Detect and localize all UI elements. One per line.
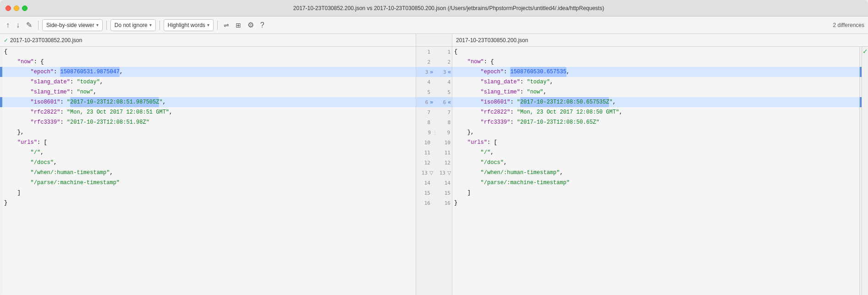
right-line-16: } xyxy=(452,198,859,208)
right-scrollbar[interactable]: ✓ xyxy=(862,47,868,295)
navigate-up-button[interactable]: ↑ xyxy=(4,20,12,31)
left-line-11: "/", xyxy=(2,148,416,158)
toolbar: ↑ ↓ ✎ Side-by-side viewer ▾ Do not ignor… xyxy=(0,16,868,34)
question-icon: ? xyxy=(260,21,264,29)
right-linenum-6: 6 xyxy=(435,99,446,105)
highlight-chevron: ▾ xyxy=(207,22,209,27)
gutter-row-11: 11 11 xyxy=(416,148,452,158)
ignore-chevron: ▾ xyxy=(149,22,152,27)
highlight-label: Highlight words xyxy=(168,22,205,28)
gutter-arrow-right-6: « xyxy=(448,99,451,105)
left-linenum-9: 9 xyxy=(418,130,431,136)
left-linenum-13: 13 xyxy=(417,170,428,176)
right-line-6: "iso8601": "2017-10-23T12:08:50.657535Z"… xyxy=(452,97,859,107)
left-panel: ✓ 2017-10-23T030852.200.json xyxy=(0,34,416,295)
right-linenum-14: 14 xyxy=(438,180,450,186)
left-line-14: "/parse/:machine-timestamp" xyxy=(2,178,416,188)
left-linenum-14: 14 xyxy=(418,180,430,186)
right-linenum-10: 10 xyxy=(438,140,450,146)
window-title: 2017-10-23T030852.200.json vs 2017-10-23… xyxy=(35,5,863,11)
left-filename: 2017-10-23T030852.200.json xyxy=(10,37,82,44)
ignore-label: Do not ignore xyxy=(115,22,148,28)
left-linenum-11: 11 xyxy=(418,150,430,156)
up-icon: ↑ xyxy=(6,21,10,29)
minimize-button[interactable] xyxy=(14,5,19,11)
right-line-11: "/", xyxy=(452,148,859,158)
left-line-8: "rfc3339": "2017-10-23T12:08:51.98Z" xyxy=(2,117,416,127)
left-line-6: "iso8601": "2017-10-23T12:08:51.987505Z"… xyxy=(2,97,416,107)
right-line-14: "/parse/:machine-timestamp" xyxy=(452,178,859,188)
gutter-triangle-right-13: ▽ xyxy=(447,170,451,176)
right-linenum-9: 9 xyxy=(437,130,450,136)
edit-button[interactable]: ✎ xyxy=(24,19,34,31)
right-linenum-3: 3 xyxy=(435,69,446,75)
right-line-3: "epoch": 1508760530.657535, xyxy=(452,67,859,77)
left-code-content[interactable]: { "now": { "epoch": 1508760531.9875047, … xyxy=(2,47,416,295)
sync-button[interactable]: ⇌ xyxy=(221,20,231,30)
gutter-row-9: 9 ⋮ 9 xyxy=(416,127,452,137)
right-linenum-8: 8 xyxy=(438,120,450,126)
ignore-dropdown[interactable]: Do not ignore ▾ xyxy=(110,19,156,31)
sync-icon: ⇌ xyxy=(224,22,229,29)
separator-2 xyxy=(106,21,107,30)
diff-count: 2 differences xyxy=(833,22,865,28)
separator-4 xyxy=(217,21,218,30)
gutter-row-13: 13 ▽ 13 ▽ xyxy=(416,168,452,178)
right-linenum-11: 11 xyxy=(438,150,450,156)
right-line-15: ] xyxy=(452,188,859,198)
gutter-row-6: 6 » 6 « xyxy=(416,97,452,107)
left-line-16: } xyxy=(2,198,416,208)
gutter-arrow-right-3: « xyxy=(448,69,451,75)
navigate-down-button[interactable]: ↓ xyxy=(14,20,22,31)
right-linenum-15: 15 xyxy=(438,190,450,196)
separator-1 xyxy=(38,21,38,30)
gutter-arrow-left-3: » xyxy=(430,69,433,75)
edit-icon: ✎ xyxy=(26,21,32,29)
right-line-8: "rfc3339": "2017-10-23T12:08:50.65Z" xyxy=(452,117,859,127)
left-line-3: "epoch": 1508760531.9875047, xyxy=(2,67,416,77)
separator-3 xyxy=(159,21,160,30)
left-linenum-4: 4 xyxy=(418,79,430,85)
right-code-content[interactable]: { "now": { "epoch": 1508760530.657535, "… xyxy=(452,47,859,295)
left-line-12: "/docs", xyxy=(2,158,416,168)
right-linenum-16: 16 xyxy=(438,200,450,206)
left-line-10: "urls": [ xyxy=(2,137,416,148)
diff-body: ✓ 2017-10-23T030852.200.json xyxy=(0,34,868,295)
gutter-row-4: 4 4 xyxy=(416,77,452,87)
help-button[interactable]: ? xyxy=(258,20,267,31)
gutter-row-14: 14 14 xyxy=(416,178,452,188)
close-button[interactable] xyxy=(5,5,11,11)
traffic-lights xyxy=(5,5,27,11)
left-line-1: { xyxy=(2,47,416,57)
right-linenum-1: 1 xyxy=(438,49,450,55)
viewer-chevron: ▾ xyxy=(96,22,99,27)
right-line-1: { xyxy=(452,47,859,57)
right-file-header: 2017-10-23T030850.200.json xyxy=(452,34,868,47)
right-linenum-12: 12 xyxy=(438,160,450,166)
left-linenum-15: 15 xyxy=(418,190,430,196)
gear-icon: ⚙ xyxy=(247,21,254,29)
right-filename: 2017-10-23T030850.200.json xyxy=(456,37,528,44)
highlight-dropdown[interactable]: Highlight words ▾ xyxy=(164,19,214,31)
settings-button[interactable]: ⚙ xyxy=(245,19,256,31)
right-linenum-4: 4 xyxy=(438,79,450,85)
viewer-dropdown[interactable]: Side-by-side viewer ▾ xyxy=(42,19,103,31)
gutter-row-15: 15 15 xyxy=(416,188,452,198)
left-linenum-7: 7 xyxy=(418,109,430,115)
gutter-row-8: 8 8 xyxy=(416,117,452,127)
left-linenum-16: 16 xyxy=(418,200,430,206)
right-linenum-5: 5 xyxy=(438,89,450,95)
left-linenum-10: 10 xyxy=(418,140,430,146)
gutter-header xyxy=(416,34,452,47)
right-line-2: "now": { xyxy=(452,57,859,67)
left-linenum-1: 1 xyxy=(418,49,430,55)
maximize-button[interactable] xyxy=(22,5,27,11)
gutter-row-16: 16 16 xyxy=(416,198,452,208)
grid-button[interactable]: ⊞ xyxy=(233,20,243,30)
right-line-13: "/when/:human-timestamp", xyxy=(452,168,859,178)
grid-icon: ⊞ xyxy=(236,22,241,29)
right-line-9: }, xyxy=(452,127,859,137)
left-line-7: "rfc2822": "Mon, 23 Oct 2017 12:08:51 GM… xyxy=(2,107,416,117)
gutter-row-7: 7 7 xyxy=(416,107,452,117)
gutter-arrow-left-6: » xyxy=(430,99,433,105)
